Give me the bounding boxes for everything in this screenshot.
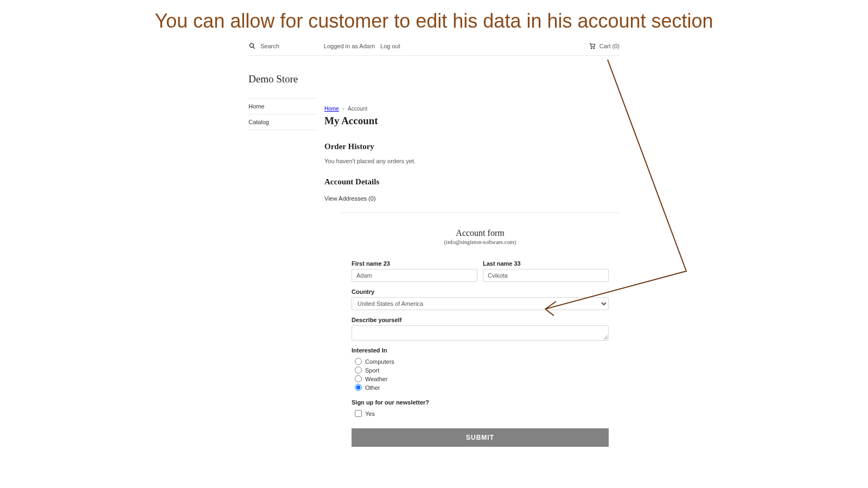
- cart-label: Cart (0): [599, 43, 620, 49]
- last-name-label: Last name 33: [483, 260, 609, 267]
- order-history-empty: You haven't placed any orders yet.: [324, 158, 620, 164]
- svg-point-2: [591, 48, 592, 49]
- interested-option-label: Sport: [365, 367, 379, 374]
- main-content: Home › Account My Account Order History …: [324, 98, 620, 447]
- page-title: My Account: [324, 115, 620, 127]
- country-label: Country: [352, 288, 609, 295]
- account-form: Account form (info@singleton-software.co…: [341, 213, 620, 447]
- interested-option-label: Computers: [365, 358, 394, 365]
- country-select[interactable]: United States of America: [352, 297, 609, 310]
- interested-option-label: Other: [365, 384, 380, 391]
- top-bar: Search Logged in as Adam Log out Cart (0…: [248, 38, 620, 56]
- interested-radio[interactable]: [355, 384, 362, 391]
- interested-option[interactable]: Computers: [352, 358, 609, 365]
- interested-option-label: Weather: [365, 376, 387, 382]
- chevron-right-icon: ›: [342, 106, 344, 112]
- interested-option[interactable]: Weather: [352, 375, 609, 382]
- newsletter-option-label: Yes: [365, 410, 375, 417]
- interested-option[interactable]: Other: [352, 384, 609, 391]
- sidebar-item-home[interactable]: Home: [248, 99, 316, 114]
- store-title[interactable]: Demo Store: [248, 73, 620, 85]
- first-name-label: First name 23: [352, 260, 477, 267]
- breadcrumb: Home › Account: [324, 106, 620, 112]
- newsletter-checkbox[interactable]: [355, 410, 362, 417]
- last-name-input[interactable]: [483, 269, 609, 282]
- search-block[interactable]: Search: [248, 42, 279, 50]
- logged-in-as: Logged in as Adam: [324, 43, 375, 49]
- describe-textarea[interactable]: [352, 325, 609, 341]
- form-subtitle: (info@singleton-software.com): [341, 239, 620, 245]
- first-name-input[interactable]: [352, 269, 477, 282]
- breadcrumb-home[interactable]: Home: [324, 106, 339, 112]
- describe-label: Describe yourself: [352, 317, 609, 323]
- annotation-caption: You can allow for customer to edit his d…: [0, 0, 868, 38]
- cart-link[interactable]: Cart (0): [589, 42, 620, 50]
- interested-radio[interactable]: [355, 367, 362, 374]
- sidebar-nav: HomeCatalog: [248, 98, 316, 447]
- order-history-heading: Order History: [324, 142, 620, 151]
- interested-label: Interested In: [352, 347, 609, 354]
- svg-point-0: [250, 43, 253, 47]
- newsletter-option[interactable]: Yes: [352, 410, 609, 417]
- newsletter-label: Sign up for our newsletter?: [352, 399, 609, 406]
- interested-radio[interactable]: [355, 375, 362, 382]
- search-label: Search: [260, 43, 279, 49]
- interested-radio[interactable]: [355, 358, 362, 365]
- search-icon: [248, 42, 256, 50]
- cart-icon: [589, 42, 596, 50]
- log-out-link[interactable]: Log out: [380, 43, 400, 49]
- breadcrumb-current: Account: [348, 106, 367, 112]
- form-title: Account form: [341, 228, 620, 238]
- view-addresses-link[interactable]: View Addresses (0): [324, 195, 376, 202]
- svg-line-1: [253, 47, 255, 49]
- submit-button[interactable]: SUBMIT: [352, 428, 609, 447]
- account-details-heading: Account Details: [324, 177, 620, 187]
- store-page: Search Logged in as Adam Log out Cart (0…: [248, 38, 620, 447]
- interested-option[interactable]: Sport: [352, 367, 609, 374]
- svg-point-3: [593, 48, 595, 49]
- sidebar-item-catalog[interactable]: Catalog: [248, 114, 316, 130]
